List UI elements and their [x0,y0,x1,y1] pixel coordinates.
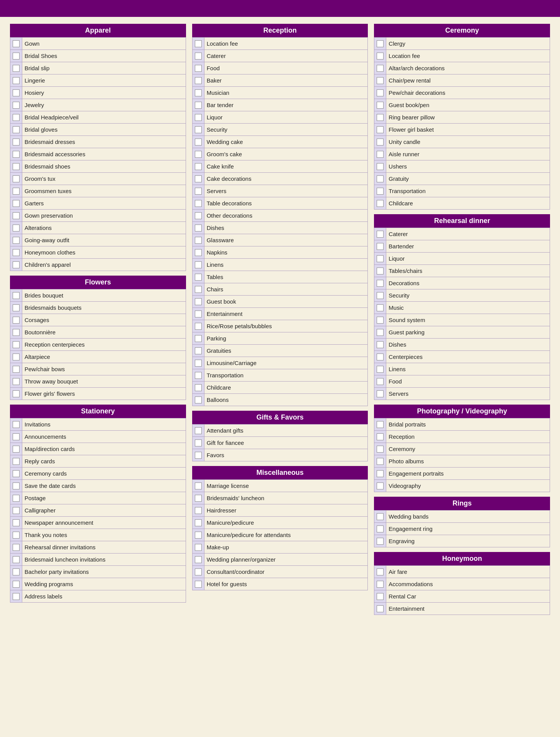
checkbox-cell[interactable] [374,160,386,173]
checkbox-icon[interactable] [13,261,20,268]
checkbox-icon[interactable] [13,225,20,231]
checkbox-icon[interactable] [13,151,20,158]
checkbox-icon[interactable] [13,188,20,195]
checkbox-icon[interactable] [195,483,202,489]
checkbox-icon[interactable] [13,65,20,72]
checkbox-icon[interactable] [195,519,202,526]
checkbox-icon[interactable] [195,89,202,96]
checkbox-cell[interactable] [10,148,22,160]
checkbox-cell[interactable] [192,492,204,504]
checkbox-icon[interactable] [13,470,20,477]
checkbox-cell[interactable] [10,504,22,517]
checkbox-cell[interactable] [192,504,204,517]
checkbox-icon[interactable] [13,544,20,551]
checkbox-icon[interactable] [377,89,384,96]
checkbox-cell[interactable] [10,99,22,111]
checkbox-cell[interactable] [10,124,22,136]
checkbox-icon[interactable] [13,317,20,324]
checkbox-cell[interactable] [192,517,204,529]
checkbox-icon[interactable] [377,525,384,532]
checkbox-cell[interactable] [192,554,204,566]
checkbox-cell[interactable] [192,136,204,148]
checkbox-cell[interactable] [10,111,22,124]
checkbox-cell[interactable] [192,578,204,590]
checkbox-cell[interactable] [192,234,204,246]
checkbox-cell[interactable] [192,222,204,234]
checkbox-icon[interactable] [13,53,20,59]
checkbox-cell[interactable] [10,363,22,375]
checkbox-icon[interactable] [195,126,202,133]
checkbox-cell[interactable] [192,394,204,406]
checkbox-cell[interactable] [374,523,386,535]
checkbox-cell[interactable] [192,320,204,332]
checkbox-cell[interactable] [374,74,386,87]
checkbox-cell[interactable] [10,302,22,314]
checkbox-icon[interactable] [195,212,202,219]
checkbox-icon[interactable] [377,304,384,311]
checkbox-cell[interactable] [374,197,386,210]
checkbox-icon[interactable] [195,335,202,342]
checkbox-cell[interactable] [374,136,386,148]
checkbox-icon[interactable] [195,200,202,207]
checkbox-cell[interactable] [10,431,22,443]
checkbox-icon[interactable] [13,114,20,121]
checkbox-cell[interactable] [374,603,386,615]
checkbox-cell[interactable] [192,246,204,259]
checkbox-icon[interactable] [377,366,384,373]
checkbox-cell[interactable] [192,566,204,578]
checkbox-icon[interactable] [195,163,202,170]
checkbox-cell[interactable] [10,455,22,468]
checkbox-cell[interactable] [10,160,22,173]
checkbox-cell[interactable] [374,326,386,339]
checkbox-icon[interactable] [13,483,20,489]
checkbox-cell[interactable] [192,197,204,210]
checkbox-icon[interactable] [195,440,202,446]
checkbox-icon[interactable] [13,329,20,336]
checkbox-icon[interactable] [195,452,202,459]
checkbox-cell[interactable] [374,289,386,302]
checkbox-cell[interactable] [192,425,204,437]
checkbox-cell[interactable] [374,124,386,136]
checkbox-icon[interactable] [195,495,202,502]
checkbox-cell[interactable] [374,535,386,547]
checkbox-cell[interactable] [10,351,22,363]
checkbox-icon[interactable] [377,605,384,612]
checkbox-cell[interactable] [374,455,386,468]
checkbox-cell[interactable] [192,50,204,62]
checkbox-cell[interactable] [10,210,22,222]
checkbox-icon[interactable] [195,347,202,354]
checkbox-cell[interactable] [192,99,204,111]
checkbox-icon[interactable] [13,212,20,219]
checkbox-icon[interactable] [13,341,20,348]
checkbox-cell[interactable] [192,271,204,283]
checkbox-icon[interactable] [13,163,20,170]
checkbox-icon[interactable] [195,298,202,305]
checkbox-cell[interactable] [10,554,22,566]
checkbox-cell[interactable] [192,259,204,271]
checkbox-icon[interactable] [195,53,202,59]
checkbox-icon[interactable] [377,53,384,59]
checkbox-icon[interactable] [377,151,384,158]
checkbox-icon[interactable] [195,384,202,391]
checkbox-cell[interactable] [374,99,386,111]
checkbox-icon[interactable] [13,249,20,256]
checkbox-cell[interactable] [374,468,386,480]
checkbox-cell[interactable] [192,345,204,357]
checkbox-icon[interactable] [377,470,384,477]
checkbox-icon[interactable] [195,507,202,514]
checkbox-cell[interactable] [10,62,22,74]
checkbox-cell[interactable] [374,418,386,431]
checkbox-icon[interactable] [377,378,384,385]
checkbox-icon[interactable] [195,225,202,231]
checkbox-icon[interactable] [13,519,20,526]
checkbox-icon[interactable] [13,495,20,502]
checkbox-cell[interactable] [10,173,22,185]
checkbox-icon[interactable] [13,390,20,397]
checkbox-cell[interactable] [374,351,386,363]
checkbox-cell[interactable] [10,185,22,197]
checkbox-cell[interactable] [192,357,204,369]
checkbox-cell[interactable] [374,566,386,578]
checkbox-icon[interactable] [195,139,202,145]
checkbox-cell[interactable] [374,87,386,99]
checkbox-icon[interactable] [13,433,20,440]
